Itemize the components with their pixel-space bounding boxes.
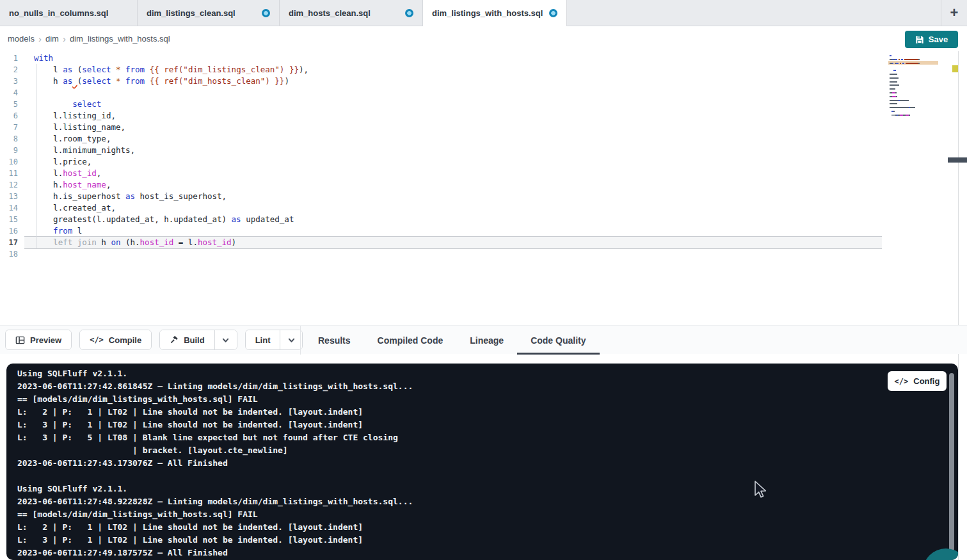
code-icon: </> xyxy=(90,335,104,344)
line-number: 9 xyxy=(0,145,18,156)
help-bubble-button[interactable] xyxy=(923,548,958,560)
code-line[interactable]: l.room_type, xyxy=(24,133,882,145)
terminal-scrollbar-thumb[interactable] xyxy=(949,373,954,551)
file-tab-label: dim_listings_clean.sql xyxy=(147,8,236,18)
compile-button[interactable]: </>Compile xyxy=(80,330,151,349)
minimap-line xyxy=(890,59,920,60)
preview-button[interactable]: Preview xyxy=(6,330,71,349)
file-tab-dim-listings-clean-sql[interactable]: dim_listings_clean.sql xyxy=(138,0,280,26)
code-line[interactable]: l.created_at, xyxy=(24,202,882,214)
tab-results[interactable]: Results xyxy=(305,326,364,355)
dbt-ide-window: no_nulls_in_columns.sqldim_listings_clea… xyxy=(0,0,967,560)
minimap-line xyxy=(890,81,897,83)
lint-output-terminal[interactable]: Using SQLFluff v2.1.1.2023-06-06T11:27:4… xyxy=(6,364,958,560)
editor-row[interactable]: 11 l.host_id, xyxy=(0,168,882,179)
lint-button-group: Lint xyxy=(245,330,303,350)
unsaved-dot-icon xyxy=(549,9,557,17)
line-number: 4 xyxy=(0,87,18,99)
editor-row[interactable]: 5 select xyxy=(0,99,882,110)
file-tab-dim-hosts-clean-sql[interactable]: dim_hosts_clean.sql xyxy=(280,0,423,26)
save-button[interactable]: Save xyxy=(905,31,958,48)
file-tab-label: no_nulls_in_columns.sql xyxy=(9,8,108,18)
file-tab-no-nulls-in-columns-sql[interactable]: no_nulls_in_columns.sql xyxy=(0,0,138,26)
code-line[interactable]: h as (select * from {{ ref("dim_hosts_cl… xyxy=(24,76,882,87)
minimap-line xyxy=(890,100,909,101)
line-number: 16 xyxy=(0,225,18,237)
editor-row[interactable]: 7 l.listing_name, xyxy=(0,122,882,133)
editor-row[interactable]: 17 left join h on (h.host_id = l.host_id… xyxy=(0,237,882,248)
pane-scrollbar-thumb[interactable] xyxy=(948,157,967,163)
code-line[interactable]: l.price, xyxy=(24,156,882,168)
code-line[interactable]: h.host_name, xyxy=(24,179,882,191)
terminal-line: 2023-06-06T11:27:42.861845Z — Linting mo… xyxy=(17,380,413,393)
minimap-line xyxy=(890,115,910,116)
editor-row[interactable]: 2 l as (select * from {{ ref("dim_listin… xyxy=(0,64,882,76)
terminal-line: 2023-06-06T11:27:43.173076Z — All Finish… xyxy=(17,457,413,470)
code-icon: </> xyxy=(895,377,909,386)
line-number: 1 xyxy=(0,52,18,64)
minimap-line xyxy=(890,63,920,64)
tab-code-quality[interactable]: Code Quality xyxy=(517,326,599,355)
file-tab-label: dim_hosts_clean.sql xyxy=(289,8,371,18)
file-tab-dim-listings-with-hosts-sql[interactable]: dim_listings_with_hosts.sql xyxy=(423,0,567,26)
lint-button[interactable]: Lint xyxy=(246,330,280,349)
editor-row[interactable]: 12 h.host_name, xyxy=(0,179,882,191)
breadcrumb-item-dim[interactable]: dim xyxy=(45,34,59,44)
minimap[interactable] xyxy=(890,55,941,132)
tab-lineage[interactable]: Lineage xyxy=(456,326,517,355)
line-number: 2 xyxy=(0,64,18,76)
file-tab-label: dim_listings_with_hosts.sql xyxy=(432,8,543,18)
editor-row[interactable]: 9 l.minimum_nights, xyxy=(0,145,882,156)
line-number: 18 xyxy=(0,248,18,260)
editor-row[interactable]: 3 h as (select * from {{ ref("dim_hosts_… xyxy=(0,76,882,87)
line-number: 6 xyxy=(0,110,18,122)
editor-row[interactable]: 6 l.listing_id, xyxy=(0,110,882,122)
panel-tab-label: Results xyxy=(318,335,351,346)
editor-row[interactable]: 16 from l xyxy=(0,225,882,237)
code-line[interactable] xyxy=(24,87,882,99)
code-line[interactable]: l.minimum_nights, xyxy=(24,145,882,156)
editor-row[interactable]: 18 xyxy=(0,248,882,260)
terminal-line: L: 3 | P: 1 | LT02 | Line should not be … xyxy=(17,534,413,547)
terminal-line: == [models/dim/dim_listings_with_hosts.s… xyxy=(17,508,413,521)
terminal-line: == [models/dim/dim_listings_with_hosts.s… xyxy=(17,393,413,406)
code-line[interactable]: greatest(l.updated_at, h.updated_at) as … xyxy=(24,214,882,225)
editor-row[interactable]: 1with xyxy=(0,52,882,64)
indent-guide xyxy=(36,64,36,248)
breadcrumb-item-models[interactable]: models xyxy=(8,34,35,44)
editor-row[interactable]: 14 l.created_at, xyxy=(0,202,882,214)
code-line[interactable]: select xyxy=(24,99,882,110)
code-line[interactable]: from l xyxy=(24,225,882,237)
unsaved-dot-icon xyxy=(405,9,413,17)
new-tab-button[interactable]: + xyxy=(941,0,967,26)
lint-dropdown-button[interactable] xyxy=(280,330,302,349)
code-line[interactable]: l.host_id, xyxy=(24,168,882,179)
config-button[interactable]: </> Config xyxy=(888,371,947,391)
editor-row[interactable]: 10 l.price, xyxy=(0,156,882,168)
editor-row[interactable]: 13 h.is_superhost as host_is_superhost, xyxy=(0,191,882,202)
minimap-line xyxy=(890,107,915,108)
line-number: 5 xyxy=(0,99,18,110)
breadcrumb: models›dim›dim_listings_with_hosts.sql S… xyxy=(0,26,967,51)
code-line[interactable]: l.listing_id, xyxy=(24,110,882,122)
code-line[interactable]: h.is_superhost as host_is_superhost, xyxy=(24,191,882,202)
build-button[interactable]: Build xyxy=(160,330,214,349)
terminal-lines: Using SQLFluff v2.1.1.2023-06-06T11:27:4… xyxy=(17,367,413,559)
code-line[interactable] xyxy=(24,248,882,260)
editor-row[interactable]: 4 xyxy=(0,87,882,99)
tab-compiled-code[interactable]: Compiled Code xyxy=(364,326,457,355)
code-line[interactable]: l.listing_name, xyxy=(24,122,882,133)
editor-row[interactable]: 8 l.room_type, xyxy=(0,133,882,145)
code-line[interactable]: with xyxy=(24,52,882,64)
minimap-line xyxy=(890,88,895,90)
terminal-line: L: 3 | P: 1 | LT02 | Line should not be … xyxy=(17,419,413,431)
chevron-down-icon xyxy=(287,336,296,344)
breadcrumb-item-dim-listings-with-hosts-sql[interactable]: dim_listings_with_hosts.sql xyxy=(70,34,170,44)
build-dropdown-button[interactable] xyxy=(214,330,237,349)
code-editor[interactable]: 1with2 l as (select * from {{ ref("dim_l… xyxy=(0,51,967,325)
editor-row[interactable]: 15 greatest(l.updated_at, h.updated_at) … xyxy=(0,214,882,225)
minimap-line xyxy=(890,70,896,71)
terminal-line: L: 3 | P: 5 | LT08 | Blank line expected… xyxy=(17,431,413,444)
code-line[interactable]: l as (select * from {{ ref("dim_listings… xyxy=(24,64,882,76)
code-line[interactable]: left join h on (h.host_id = l.host_id) xyxy=(24,237,882,248)
